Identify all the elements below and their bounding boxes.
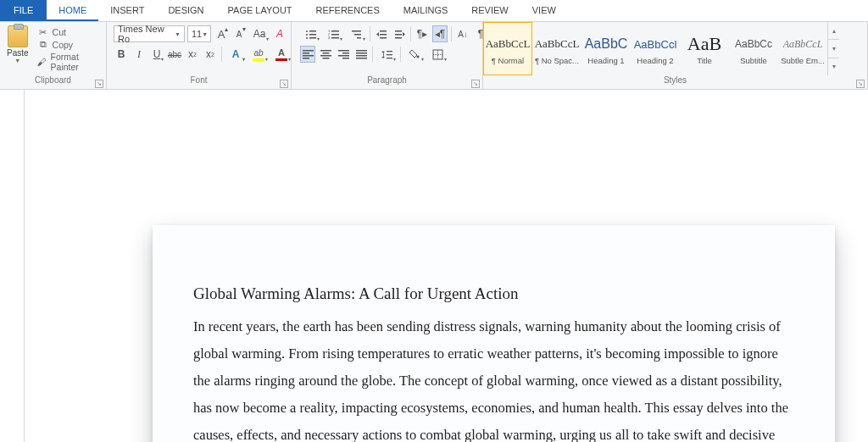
document-page[interactable]: Global Warming Alarms: A Call for Urgent… (153, 225, 835, 442)
svg-point-4 (306, 37, 308, 39)
ltr-direction-button[interactable]: ¶▸ (415, 25, 430, 42)
subscript-button[interactable]: x2 (185, 46, 200, 63)
svg-rect-12 (352, 30, 361, 32)
rtl-direction-button[interactable]: ◂¶ (432, 25, 448, 42)
highlight-button[interactable]: ab (248, 46, 269, 63)
group-font: Times New Ro▼ 11▼ A▴ A▾ Aa A B I U abc x… (107, 22, 292, 89)
sort-button[interactable]: A↓ (455, 25, 470, 42)
group-label-styles: Styles ↘ (483, 75, 867, 89)
decrease-indent-button[interactable] (374, 25, 389, 42)
align-left-button[interactable] (300, 46, 315, 63)
ribbon: Paste ▼ ✂ Cut ⧉ Copy 🖌 Format Painter Cl (0, 22, 868, 90)
tab-design[interactable]: DESIGN (156, 0, 215, 21)
style--normal[interactable]: AaBbCcL¶ Normal (483, 22, 532, 75)
separator (400, 47, 401, 62)
justify-button[interactable] (353, 46, 369, 63)
text-effects-button[interactable]: A (225, 46, 246, 63)
numbering-button[interactable]: 123 (323, 25, 343, 42)
shading-button[interactable] (404, 46, 425, 63)
superscript-button[interactable]: x2 (203, 46, 218, 63)
clipboard-dialog-launcher[interactable]: ↘ (95, 80, 103, 88)
svg-rect-39 (387, 54, 392, 55)
paste-button[interactable]: Paste (7, 48, 29, 58)
scissors-icon: ✂ (37, 26, 49, 38)
tab-review[interactable]: REVIEW (459, 0, 520, 21)
cut-button[interactable]: ✂ Cut (37, 26, 101, 38)
document-area: Global Warming Alarms: A Call for Urgent… (0, 90, 868, 442)
svg-rect-23 (303, 55, 314, 57)
font-dialog-launcher[interactable]: ↘ (280, 80, 288, 88)
strikethrough-button[interactable]: abc (167, 46, 182, 63)
copy-button[interactable]: ⧉ Copy (37, 39, 101, 51)
svg-rect-34 (356, 52, 367, 54)
style-subtle-em-[interactable]: AaBbCcLSubtle Em... (778, 22, 827, 75)
font-size-value: 11 (192, 29, 202, 39)
separator (221, 47, 222, 62)
styles-row-up[interactable]: ▴ (828, 22, 839, 40)
paste-dropdown[interactable]: ▼ (14, 58, 20, 64)
tab-page-layout[interactable]: PAGE LAYOUT (216, 0, 304, 21)
svg-rect-9 (331, 34, 339, 36)
style-name-label: ¶ Normal (492, 56, 524, 65)
document-body[interactable]: In recent years, the earth has been send… (193, 313, 794, 442)
svg-rect-24 (303, 58, 309, 59)
cut-label: Cut (53, 27, 66, 37)
document-title[interactable]: Global Warming Alarms: A Call for Urgent… (193, 285, 794, 303)
format-painter-label: Format Painter (51, 52, 101, 72)
style-title[interactable]: AaBTitle (680, 22, 729, 75)
style--no-spac-[interactable]: AaBbCcL¶ No Spac... (532, 22, 581, 75)
bold-button[interactable]: B (114, 46, 129, 63)
svg-rect-14 (357, 37, 361, 39)
tab-file[interactable]: FILE (0, 0, 47, 21)
styles-dialog-launcher[interactable]: ↘ (856, 80, 865, 88)
bullets-button[interactable] (300, 25, 320, 42)
svg-rect-33 (356, 50, 367, 52)
line-spacing-button[interactable] (376, 46, 397, 63)
svg-rect-21 (303, 50, 314, 52)
align-center-button[interactable] (318, 46, 333, 63)
style-preview: AaBbCcL (486, 32, 531, 56)
font-name-combo[interactable]: Times New Ro▼ (114, 25, 185, 42)
align-right-button[interactable] (336, 46, 351, 63)
paragraph-dialog-launcher[interactable]: ↘ (471, 80, 480, 88)
style-heading-1[interactable]: AaBbCHeading 1 (581, 22, 631, 75)
format-painter-button[interactable]: 🖌 Format Painter (37, 52, 101, 72)
group-clipboard: Paste ▼ ✂ Cut ⧉ Copy 🖌 Format Painter Cl (0, 22, 107, 89)
separator (410, 26, 411, 41)
tab-view[interactable]: VIEW (520, 0, 568, 21)
clear-formatting-button[interactable]: A (272, 25, 287, 42)
grow-font-button[interactable]: A▴ (214, 25, 229, 42)
svg-rect-1 (309, 30, 316, 32)
svg-rect-27 (320, 55, 331, 57)
style-heading-2[interactable]: AaBbCclHeading 2 (631, 22, 680, 75)
svg-rect-3 (309, 34, 316, 36)
paste-icon[interactable] (8, 25, 28, 47)
shrink-font-button[interactable]: A▾ (231, 25, 247, 42)
separator (370, 26, 370, 41)
tab-home[interactable]: HOME (47, 0, 98, 21)
style-preview: AaB (687, 32, 721, 56)
separator (372, 47, 373, 62)
svg-rect-5 (309, 37, 316, 39)
style-preview: AaBbCc (735, 32, 772, 56)
svg-rect-11 (331, 37, 339, 39)
tab-references[interactable]: REFERENCES (304, 0, 392, 21)
styles-row-down[interactable]: ▾ (828, 40, 839, 58)
group-label-clipboard: Clipboard ↘ (0, 75, 106, 89)
font-color-button[interactable]: A (271, 46, 292, 63)
style-preview: AaBbCcl (634, 32, 677, 56)
italic-button[interactable]: I (131, 46, 147, 63)
svg-rect-36 (356, 58, 367, 59)
style-name-label: Subtle Em... (781, 56, 825, 65)
underline-button[interactable]: U (149, 46, 164, 63)
change-case-button[interactable]: Aa (249, 25, 270, 42)
borders-button[interactable] (427, 46, 448, 63)
tab-mailings[interactable]: MAILINGS (392, 0, 460, 21)
increase-indent-button[interactable] (392, 25, 407, 42)
styles-expand[interactable]: ▾ (828, 58, 839, 75)
multilevel-list-button[interactable] (346, 25, 366, 42)
style-subtitle[interactable]: AaBbCcSubtitle (729, 22, 778, 75)
svg-rect-31 (338, 55, 349, 57)
tab-insert[interactable]: INSERT (98, 0, 156, 21)
font-size-combo[interactable]: 11▼ (187, 25, 211, 42)
